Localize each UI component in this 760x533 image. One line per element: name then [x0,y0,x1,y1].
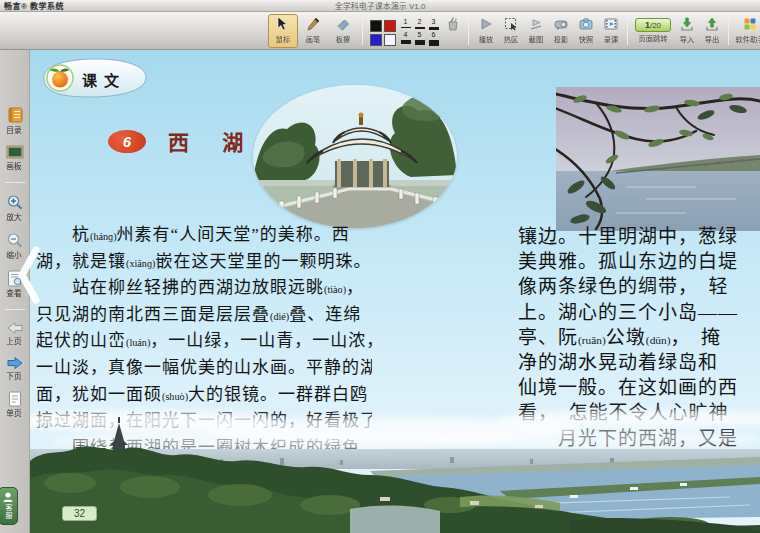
mouse-tool-button[interactable]: 鼠标 [268,14,298,48]
service-label: 客服 [3,504,13,520]
customer-service-badge[interactable]: 客服 [0,487,18,525]
lesson-title: 西 湖 [168,126,257,156]
text-line: 亭、阮(ruǎn)公墩(dūn)， 掩 [518,325,760,350]
tool-label: 画笔 [306,33,320,43]
eraser-tool-button[interactable]: 板擦 [328,14,358,48]
sidebar-item-single-page[interactable]: 单页 [1,390,29,418]
import-icon [677,15,697,33]
color-swatch[interactable] [384,20,396,32]
sidebar-item-label: 目录 [7,126,22,135]
sidebar-divider [5,182,25,183]
app-window: 畅言® 教学系统 全学科电子课本演示 V1.0 鼠标 画笔 板擦 [0,0,760,533]
text-line: 上。湖心的三个小岛—— [518,300,760,325]
text-line: 起伏的山峦(luán)，一山绿，一山青，一山浓， [36,328,372,355]
io-group: 导入 导出 [674,14,724,48]
record-icon [601,15,621,33]
export-icon [702,15,722,33]
mouse-cursor-icon [273,15,293,33]
color-swatch[interactable] [370,34,382,46]
software-assistant-button[interactable]: 软件助手 [733,14,760,48]
toc-icon [5,106,25,125]
color-palette [370,20,396,46]
text-line: 杭(hánɡ)州素有“人间天堂”的美称。西 [36,222,372,249]
page-number-badge: 32 [62,506,97,521]
page-jump-label: 页面跳转 [639,33,668,43]
toolbar-separator [728,17,729,45]
sidebar-item-label: 画板 [7,162,22,171]
pavilion-illustration [253,85,457,228]
export-button[interactable]: 导出 [699,14,724,48]
sidebar-item-board[interactable]: 画板 [1,144,29,171]
sidebar-item-next-page[interactable]: 下页 [1,355,29,381]
action-tools-group: 播放 热区 截图 投影 [473,14,623,48]
tool-label: 投影 [553,33,567,43]
thickness-option[interactable]: 2 [413,18,426,30]
text-line: 只见湖的南北西三面是层层叠(dié)叠、连绵 [36,302,372,329]
screenshot-button[interactable]: 截图 [523,14,548,48]
pen-tool-button[interactable]: 画笔 [298,14,328,48]
tool-label: 录课 [603,33,617,43]
thickness-option[interactable]: 4 [399,31,412,46]
toolbar-separator [362,17,363,45]
total-pages: /20 [650,21,661,30]
text-line: 站在柳丝轻拂的西湖边放眼远眺(tiào)， [36,275,372,302]
toolbar-separator [627,17,628,45]
sidebar-item-label: 单页 [7,409,22,418]
color-swatch[interactable] [384,34,396,46]
toolbar-separator [468,17,469,45]
text-line: 仙境一般。在这如画的西 [518,375,760,400]
page-jump-control[interactable]: 1 /20 页面跳转 [635,18,671,43]
next-page-icon [5,355,25,371]
record-lesson-button[interactable]: 录课 [598,14,623,48]
text-line: 一山淡，真像一幅优美的山水画。平静的湖 [36,355,372,382]
tool-label: 导出 [704,33,718,43]
line-thickness-options: 123456 [399,18,440,46]
color-swatch[interactable] [370,20,382,32]
board-icon [5,144,25,161]
panorama-illustration [30,405,760,533]
screenshot-icon [526,15,546,33]
text-line: 湖，就是镶(xiānɡ)嵌在这天堂里的一颗明珠。 [36,249,372,276]
page-back-chevron[interactable] [18,246,40,304]
snapshot-icon [576,15,596,33]
sidebar-item-label: 放大 [7,213,22,222]
section-badge-label: 课文 [82,69,126,90]
lake-branches-photo [556,87,760,231]
sidebar-item-prev-page[interactable]: 上页 [1,320,29,346]
hotzone-button[interactable]: 热区 [498,14,523,48]
sidebar-divider [5,309,25,310]
single-page-icon [5,390,25,408]
tool-label: 截图 [528,33,542,43]
play-button[interactable]: 播放 [473,14,498,48]
body-area: 目录 画板 放大 缩小 查看 上页 [0,50,760,533]
sidebar-item-toc[interactable]: 目录 [1,106,29,135]
zoom-in-icon [5,193,25,212]
clear-trash-button[interactable] [442,14,464,48]
thickness-option[interactable]: 5 [413,31,426,46]
document-title: 全学科电子课本演示 V1.0 [0,0,760,11]
text-line: 净的湖水晃动着绿岛和 [518,350,760,375]
assistant-icon [740,15,760,33]
snapshot-button[interactable]: 快照 [573,14,598,48]
sidebar-item-label: 上页 [7,337,22,346]
projector-button[interactable]: 投影 [548,14,573,48]
section-badge[interactable]: 课文 [38,56,150,100]
tool-label: 软件助手 [736,33,760,43]
tool-label: 板擦 [336,33,350,43]
page-indicator[interactable]: 1 /20 [635,18,671,32]
text-line: 美典雅。孤山东边的白堤 [518,249,760,274]
sidebar-item-zoom-in[interactable]: 放大 [1,193,29,222]
tool-label: 导入 [679,33,693,43]
sidebar-item-label: 下页 [7,372,22,381]
import-button[interactable]: 导入 [674,14,699,48]
text-line: 像两条绿色的绸带， 轻 [518,274,760,299]
title-bar: 畅言® 教学系统 全学科电子课本演示 V1.0 [0,0,760,12]
tool-label [452,33,454,41]
thickness-option[interactable]: 6 [427,31,440,46]
thickness-option[interactable]: 3 [427,18,440,30]
tool-label: 鼠标 [276,33,290,43]
tool-label: 热区 [503,33,517,43]
tool-label: 播放 [478,33,492,43]
thickness-option[interactable]: 1 [399,18,412,30]
hotzone-icon [501,15,521,33]
